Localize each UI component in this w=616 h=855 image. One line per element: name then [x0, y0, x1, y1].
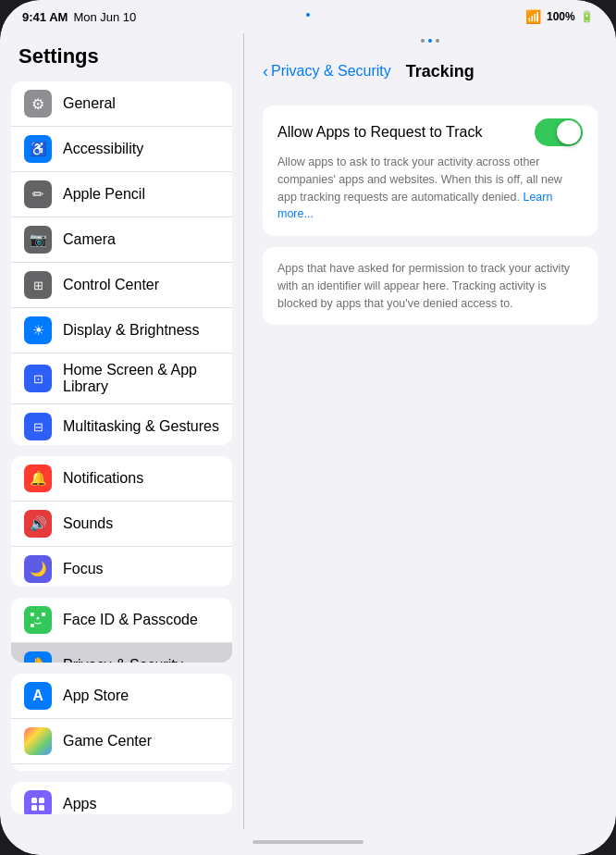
sidebar-group-1: ⚙ General ♿ Accessibility ✏ Apple Pencil…: [11, 81, 232, 445]
detail-body: Allow Apps to Request to Track Allow app…: [244, 94, 616, 829]
apps-description-text: Apps that have asked for permission to t…: [277, 260, 583, 312]
toggle-knob: [557, 120, 581, 144]
allow-tracking-card: Allow Apps to Request to Track Allow app…: [263, 105, 598, 236]
svg-rect-1: [42, 613, 45, 616]
sidebar-item-apple-pencil[interactable]: ✏ Apple Pencil: [11, 172, 232, 217]
sidebar-item-display-brightness[interactable]: ☀ Display & Brightness: [11, 308, 232, 353]
sidebar-item-camera[interactable]: 📷 Camera: [11, 217, 232, 263]
sidebar-item-privacy-security[interactable]: 🤚 Privacy & Security: [11, 643, 232, 663]
svg-rect-4: [31, 798, 37, 803]
dot-1: [421, 39, 425, 43]
detail-title: Tracking: [406, 62, 474, 81]
detail-nav: ‹ Privacy & Security Tracking: [244, 48, 616, 94]
notifications-icon: 🔔: [24, 465, 52, 492]
sidebar-group-4: A App Store Game Center 💳 Wallet & Apple…: [11, 674, 232, 771]
focus-label: Focus: [63, 561, 219, 577]
sidebar-item-app-store[interactable]: A App Store: [11, 674, 232, 719]
apps-label: Apps: [63, 796, 219, 812]
detail-panel: ‹ Privacy & Security Tracking Allow Apps…: [244, 33, 616, 829]
display-brightness-icon: ☀: [24, 316, 52, 344]
sidebar-item-wallet[interactable]: 💳 Wallet & Apple Pay: [11, 764, 232, 771]
display-brightness-label: Display & Brightness: [63, 322, 219, 339]
wifi-icon: 📶: [525, 9, 541, 24]
sidebar-item-face-id[interactable]: Face ID & Passcode: [11, 598, 232, 643]
status-bar: 9:41 AM Mon Jun 10 📶 100% 🔋: [0, 0, 616, 33]
status-date: Mon Jun 10: [73, 10, 136, 24]
dot-2: [428, 39, 432, 43]
app-store-label: App Store: [63, 688, 219, 704]
camera-label: Camera: [63, 231, 219, 248]
focus-icon: 🌙: [24, 555, 52, 583]
sounds-icon: 🔊: [24, 510, 52, 538]
allow-tracking-label: Allow Apps to Request to Track: [277, 124, 482, 141]
general-icon: ⚙: [24, 90, 52, 118]
sidebar-item-notifications[interactable]: 🔔 Notifications: [11, 456, 232, 502]
sidebar-item-focus[interactable]: 🌙 Focus: [11, 547, 232, 587]
apps-icon: [24, 790, 52, 814]
multitasking-icon: ⊟: [24, 413, 52, 440]
apple-pencil-label: Apple Pencil: [63, 186, 219, 203]
sidebar: Settings ⚙ General ♿ Accessibility ✏ App…: [0, 33, 244, 829]
svg-rect-7: [39, 805, 44, 811]
battery-indicator: 100% 🔋: [547, 10, 594, 23]
allow-tracking-toggle[interactable]: [535, 118, 583, 146]
face-id-icon: [24, 606, 52, 634]
accessibility-label: Accessibility: [63, 141, 219, 157]
apps-description-card: Apps that have asked for permission to t…: [263, 247, 598, 325]
app-store-icon: A: [24, 682, 52, 710]
camera-icon: 📷: [24, 226, 52, 254]
allow-tracking-row: Allow Apps to Request to Track: [277, 118, 583, 146]
main-content: Settings ⚙ General ♿ Accessibility ✏ App…: [0, 33, 616, 829]
svg-rect-2: [31, 624, 34, 627]
home-bar: [253, 840, 363, 844]
back-chevron-icon: ‹: [263, 62, 268, 81]
control-center-icon: ⊞: [24, 271, 52, 299]
svg-rect-6: [31, 805, 37, 811]
home-screen-label: Home Screen & App Library: [63, 362, 219, 395]
sidebar-title: Settings: [0, 33, 243, 78]
allow-tracking-description: Allow apps to ask to track your activity…: [277, 154, 583, 223]
nav-back-label: Privacy & Security: [271, 63, 391, 80]
multitasking-label: Multitasking & Gestures: [63, 418, 219, 435]
device-frame: 9:41 AM Mon Jun 10 📶 100% 🔋 Settings ⚙ G…: [0, 0, 616, 855]
svg-point-3: [37, 616, 40, 619]
status-time: 9:41 AM: [22, 10, 68, 24]
dot-indicator: [306, 13, 310, 17]
privacy-security-label: Privacy & Security: [63, 657, 219, 663]
privacy-security-icon: 🤚: [24, 651, 52, 663]
home-indicator: [0, 829, 616, 855]
svg-rect-0: [31, 613, 34, 616]
accessibility-icon: ♿: [24, 135, 52, 163]
sidebar-item-general[interactable]: ⚙ General: [11, 81, 232, 127]
face-id-label: Face ID & Passcode: [63, 612, 219, 628]
general-label: General: [63, 95, 219, 112]
game-center-label: Game Center: [63, 733, 219, 750]
sounds-label: Sounds: [63, 515, 219, 532]
dots-indicator: [244, 33, 616, 48]
sidebar-group-2: 🔔 Notifications 🔊 Sounds 🌙 Focus ⏱ Scree…: [11, 456, 232, 587]
sidebar-group-3: Face ID & Passcode 🤚 Privacy & Security: [11, 598, 232, 663]
dot-3: [436, 39, 439, 43]
status-right: 📶 100% 🔋: [525, 9, 594, 24]
sidebar-group-5: Apps: [11, 782, 232, 814]
sidebar-item-control-center[interactable]: ⊞ Control Center: [11, 263, 232, 308]
svg-rect-5: [39, 798, 44, 803]
notifications-label: Notifications: [63, 470, 219, 487]
sidebar-item-accessibility[interactable]: ♿ Accessibility: [11, 127, 232, 172]
control-center-label: Control Center: [63, 277, 219, 293]
sidebar-item-sounds[interactable]: 🔊 Sounds: [11, 502, 232, 547]
home-screen-icon: ⊡: [24, 365, 52, 392]
game-center-icon: [24, 727, 52, 755]
sidebar-item-multitasking[interactable]: ⊟ Multitasking & Gestures: [11, 404, 232, 445]
sidebar-item-game-center[interactable]: Game Center: [11, 719, 232, 764]
apple-pencil-icon: ✏: [24, 180, 52, 208]
sidebar-item-apps[interactable]: Apps: [11, 782, 232, 814]
sidebar-item-home-screen[interactable]: ⊡ Home Screen & App Library: [11, 353, 232, 404]
nav-back-button[interactable]: ‹ Privacy & Security: [263, 62, 391, 81]
